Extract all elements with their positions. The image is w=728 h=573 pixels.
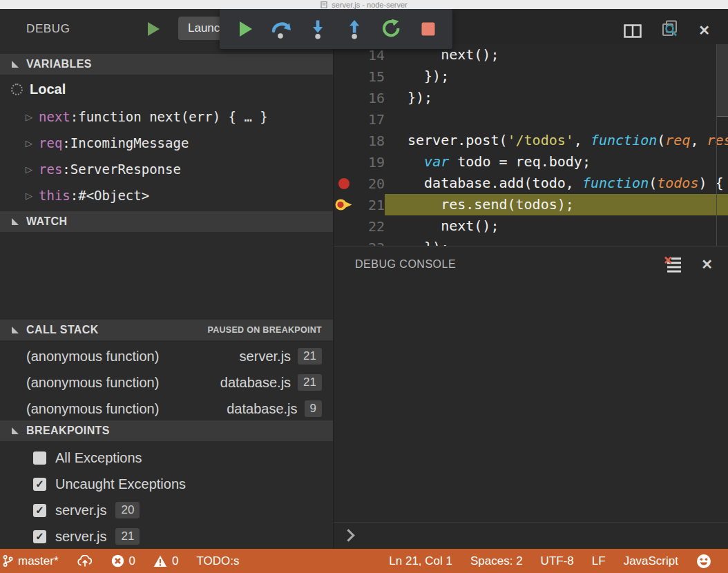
line-number: 19 xyxy=(354,154,385,171)
variable-value: #<Object> xyxy=(78,188,149,203)
variable-name: next xyxy=(39,109,78,124)
variable-name: res xyxy=(39,162,70,177)
search-in-file-icon[interactable] xyxy=(660,20,680,38)
code-line-15[interactable]: 15 }); xyxy=(334,66,728,87)
restart-button[interactable] xyxy=(379,17,403,41)
step-over-button[interactable] xyxy=(269,17,294,41)
variable-row[interactable]: this #<Object> xyxy=(0,182,333,208)
code-line-18[interactable]: 18server.post('/todos', function(req, re… xyxy=(334,130,728,151)
expand-icon[interactable] xyxy=(26,191,32,201)
variable-name: this xyxy=(39,188,78,203)
frame-file: database.js xyxy=(227,401,297,417)
watch-section-header[interactable]: WATCH xyxy=(0,211,333,232)
collapse-icon xyxy=(12,427,19,434)
status-bar-right: Ln 21, Col 1Spaces: 2UTF-8LFJavaScript xyxy=(389,554,711,569)
breakpoints-section-header[interactable]: BREAKPOINTS xyxy=(0,420,333,441)
breakpoint-item[interactable]: server.js 20 xyxy=(0,497,333,523)
scrollbar-thumb[interactable] xyxy=(717,44,728,117)
stop-button[interactable] xyxy=(416,17,441,41)
status-item-cloud-upload[interactable] xyxy=(77,555,93,567)
code-line-20[interactable]: 20 database.add(todo, function(todos) { xyxy=(334,173,728,194)
collapse-icon xyxy=(12,61,19,68)
breakpoint-item[interactable]: Uncaught Exceptions xyxy=(0,471,333,497)
code-text: res.send(todos); xyxy=(385,194,728,215)
breakpoint-label: All Exceptions xyxy=(55,450,142,466)
variable-row[interactable]: req IncomingMessage xyxy=(0,130,333,156)
callstack-frame[interactable]: (anonymous function) database.js 9 xyxy=(0,396,333,422)
code-line-17[interactable]: 17 xyxy=(334,108,728,130)
debug-console-title: DEBUG CONSOLE xyxy=(355,258,664,271)
breakpoint-checkbox[interactable] xyxy=(33,451,46,465)
code-text: }); xyxy=(385,66,728,87)
call-stack-section-header[interactable]: CALL STACK PAUSED ON BREAKPOINT xyxy=(0,320,333,340)
frame-line-badge: 21 xyxy=(298,374,322,391)
frame-file: server.js xyxy=(240,349,291,365)
current-line-breakpoint-icon[interactable] xyxy=(334,199,354,211)
status-item[interactable]: UTF-8 xyxy=(541,554,574,568)
window-title-bar[interactable]: server.js - node-server xyxy=(0,0,728,9)
status-item[interactable]: JavaScript xyxy=(624,554,678,568)
split-editor-icon[interactable] xyxy=(624,24,642,38)
breakpoint-checkbox[interactable] xyxy=(33,504,46,517)
status-item-git-branch[interactable]: master* xyxy=(3,554,59,568)
close-editor-icon[interactable]: ✕ xyxy=(698,23,710,38)
callstack-frame[interactable]: (anonymous function) database.js 21 xyxy=(0,369,333,396)
variable-row[interactable]: next function next(err) { … } xyxy=(0,104,333,130)
smiley-icon xyxy=(696,554,711,569)
status-item-warning-triangle[interactable]: 0 xyxy=(153,554,178,568)
close-console-icon[interactable]: ✕ xyxy=(701,257,713,272)
status-item[interactable]: LF xyxy=(592,554,606,568)
status-item[interactable]: Ln 21, Col 1 xyxy=(389,554,452,568)
breakpoint-icon[interactable] xyxy=(334,178,354,189)
document-icon xyxy=(320,1,327,8)
continue-button[interactable] xyxy=(231,17,256,41)
breakpoints-list: All Exceptions Uncaught Exceptions serve… xyxy=(0,445,333,550)
breakpoint-line-badge: 20 xyxy=(115,502,140,518)
breakpoint-item[interactable]: server.js 21 xyxy=(0,523,333,550)
editor-scrollbar[interactable] xyxy=(716,44,728,246)
code-line-21[interactable]: 21 res.send(todos); xyxy=(334,194,728,215)
code-text xyxy=(385,108,728,130)
expand-icon[interactable] xyxy=(26,164,32,175)
collapse-icon xyxy=(12,218,19,225)
code-editor[interactable]: 14 next();15 });16});1718server.post('/t… xyxy=(334,44,728,246)
start-debug-button[interactable] xyxy=(148,22,160,36)
breakpoint-checkbox[interactable] xyxy=(33,530,46,543)
breakpoint-item[interactable]: All Exceptions xyxy=(0,445,333,471)
status-item-label: JavaScript xyxy=(624,554,678,568)
clear-console-icon[interactable] xyxy=(664,256,682,273)
breakpoint-checkbox[interactable] xyxy=(33,478,46,491)
variables-scope-local[interactable]: Local xyxy=(0,77,66,101)
line-number: 20 xyxy=(354,175,385,192)
window-title: server.js - node-server xyxy=(332,1,407,9)
line-number: 14 xyxy=(354,47,385,64)
watch-section-title: WATCH xyxy=(26,215,333,228)
loading-spinner-icon xyxy=(11,84,23,95)
code-line-23[interactable]: 23 }); xyxy=(334,237,728,246)
frame-file: database.js xyxy=(220,375,291,391)
code-text: }); xyxy=(385,237,728,246)
step-out-button[interactable] xyxy=(342,17,367,41)
variable-row[interactable]: res ServerResponse xyxy=(0,156,333,182)
variable-name: req xyxy=(39,135,70,150)
code-line-16[interactable]: 16}); xyxy=(334,87,728,108)
step-into-button[interactable] xyxy=(305,17,330,41)
status-item[interactable]: Spaces: 2 xyxy=(470,554,523,568)
expand-icon[interactable] xyxy=(26,112,32,122)
call-stack-section-title: CALL STACK xyxy=(26,324,207,336)
expand-icon[interactable] xyxy=(26,138,32,148)
debug-console-header: DEBUG CONSOLE ✕ xyxy=(334,246,728,282)
breakpoint-line-badge: 21 xyxy=(115,528,140,545)
line-number: 23 xyxy=(354,240,385,246)
error-circle-icon xyxy=(111,554,124,567)
code-line-22[interactable]: 22 next(); xyxy=(334,215,728,237)
code-line-19[interactable]: 19 var todo = req.body; xyxy=(334,151,728,173)
status-item-label: 0 xyxy=(172,554,178,568)
status-item-label: Ln 21, Col 1 xyxy=(389,554,452,568)
variables-section-header[interactable]: VARIABLES xyxy=(0,54,333,75)
status-item[interactable]: TODO:s xyxy=(197,554,240,568)
status-item-smiley[interactable] xyxy=(696,554,711,569)
callstack-frame[interactable]: (anonymous function) server.js 21 xyxy=(0,343,333,369)
debug-console-input[interactable] xyxy=(334,522,728,548)
status-item-error-circle[interactable]: 0 xyxy=(111,554,135,568)
